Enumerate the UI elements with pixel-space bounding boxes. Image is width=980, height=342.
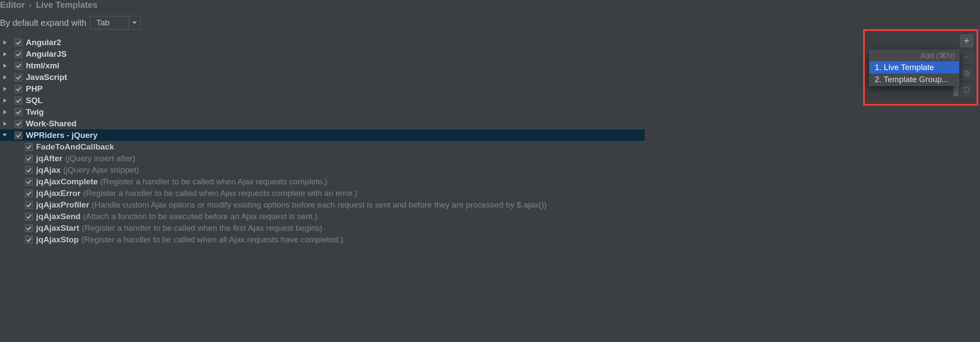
arrow-right-icon[interactable]: [2, 40, 8, 45]
template-desc: (Register a handler to be called when Aj…: [101, 177, 328, 186]
checkbox[interactable]: [25, 178, 33, 186]
arrow-right-icon[interactable]: [2, 122, 8, 126]
template-desc: (jQuery Ajax snippet): [63, 165, 139, 175]
arrow-right-icon[interactable]: [2, 110, 8, 114]
checkbox[interactable]: [15, 73, 22, 81]
group-row[interactable]: WPRiders - jQuery: [0, 129, 645, 141]
arrow-right-icon[interactable]: [2, 64, 8, 68]
expand-select-value[interactable]: Tab: [90, 16, 129, 30]
expand-select[interactable]: Tab: [90, 16, 141, 30]
template-desc: (Attach a function to be executed before…: [83, 212, 317, 221]
group-row[interactable]: Twig: [0, 106, 645, 118]
popup-header: Add (⌘N): [870, 50, 959, 61]
checkbox[interactable]: [25, 236, 33, 244]
add-popup: Add (⌘N) 1. Live Template 2. Template Gr…: [869, 50, 959, 86]
group-row[interactable]: Work-Shared: [0, 118, 645, 129]
checkbox[interactable]: [25, 213, 33, 220]
template-row[interactable]: jqAfter (jQuery insert after): [0, 153, 645, 164]
template-desc: (Register a handler to be called when th…: [82, 223, 322, 233]
group-label: Work-Shared: [26, 119, 77, 128]
expand-with-row: By default expand with Tab: [0, 16, 980, 30]
select-caret[interactable]: [129, 16, 141, 30]
template-name: jqAjaxProfiler: [36, 200, 89, 210]
checkbox[interactable]: [15, 131, 22, 139]
template-name: FadeToAndCallback: [36, 142, 114, 152]
checkbox[interactable]: [15, 120, 22, 128]
group-label: AngularJS: [26, 49, 67, 59]
template-desc: (Register a handler to be called when Aj…: [83, 189, 357, 198]
svg-rect-2: [965, 87, 969, 92]
chevron-down-icon: [132, 21, 137, 24]
remove-button[interactable]: −: [960, 51, 973, 64]
arrow-down-icon[interactable]: [2, 134, 8, 137]
template-desc: (Register a handler to be called when al…: [81, 235, 343, 244]
copy-button[interactable]: [960, 67, 973, 80]
add-button[interactable]: +: [960, 34, 973, 47]
template-row[interactable]: jqAjaxComplete (Register a handler to be…: [0, 176, 645, 187]
checkbox[interactable]: [25, 224, 33, 232]
checkbox[interactable]: [15, 62, 22, 70]
template-row[interactable]: jqAjax (jQuery Ajax snippet): [0, 164, 645, 176]
group-row[interactable]: PHP: [0, 83, 645, 95]
template-name: jqAjaxStart: [36, 223, 79, 233]
arrow-right-icon[interactable]: [2, 87, 8, 91]
template-row[interactable]: FadeToAndCallback: [0, 141, 645, 153]
checkbox[interactable]: [15, 85, 22, 93]
group-row[interactable]: SQL: [0, 95, 645, 106]
breadcrumb-parent[interactable]: Editor: [0, 0, 25, 9]
expand-label: By default expand with: [0, 18, 86, 28]
template-desc: (Handle custom Ajax options or modify ex…: [92, 200, 547, 210]
checkbox[interactable]: [25, 155, 33, 162]
checkbox[interactable]: [15, 108, 22, 116]
popup-item-template-group[interactable]: 2. Template Group...: [870, 73, 959, 86]
template-desc: (jQuery insert after): [65, 154, 135, 163]
checkbox[interactable]: [25, 189, 33, 197]
checkbox[interactable]: [15, 39, 22, 46]
template-row[interactable]: jqAjaxProfiler (Handle custom Ajax optio…: [0, 199, 645, 211]
chevron-right-icon: ›: [29, 0, 32, 9]
template-row[interactable]: jqAjaxError (Register a handler to be ca…: [0, 187, 645, 199]
template-row[interactable]: jqAjaxSend (Attach a function to be exec…: [0, 211, 645, 222]
group-label: Twig: [26, 107, 44, 117]
template-name: jqAjaxStop: [36, 235, 79, 244]
template-tree[interactable]: Angular2AngularJShtml/xmlJavaScriptPHPSQ…: [0, 37, 645, 245]
template-name: jqAjax: [36, 165, 61, 175]
group-label: JavaScript: [26, 73, 67, 82]
breadcrumb-current: Live Templates: [36, 0, 98, 9]
popup-item-live-template[interactable]: 1. Live Template: [870, 61, 959, 73]
group-label: html/xml: [26, 61, 59, 70]
checkbox[interactable]: [25, 166, 33, 174]
template-name: jqAjaxError: [36, 189, 80, 198]
template-row[interactable]: jqAjaxStart (Register a handler to be ca…: [0, 222, 645, 234]
template-name: jqAjaxComplete: [36, 177, 98, 186]
template-name: jqAjaxSend: [36, 212, 80, 221]
checkbox[interactable]: [25, 201, 33, 209]
arrow-right-icon[interactable]: [2, 75, 8, 79]
group-label: PHP: [26, 84, 43, 94]
svg-rect-0: [964, 71, 968, 75]
breadcrumb: Editor › Live Templates: [0, 0, 980, 13]
group-label: Angular2: [26, 38, 61, 47]
template-name: jqAfter: [36, 154, 62, 163]
group-label: WPRiders - jQuery: [26, 131, 98, 140]
checkbox[interactable]: [15, 50, 22, 58]
checkbox[interactable]: [25, 143, 33, 151]
group-row[interactable]: JavaScript: [0, 71, 645, 83]
checkbox[interactable]: [15, 97, 22, 104]
group-row[interactable]: AngularJS: [0, 48, 645, 60]
template-row[interactable]: jqAjaxStop (Register a handler to be cal…: [0, 234, 645, 245]
paste-button[interactable]: [960, 83, 973, 96]
svg-rect-1: [965, 72, 969, 76]
group-row[interactable]: html/xml: [0, 60, 645, 71]
arrow-right-icon[interactable]: [2, 52, 8, 56]
group-label: SQL: [26, 96, 43, 105]
side-toolbar: + −: [960, 34, 974, 96]
group-row[interactable]: Angular2: [0, 37, 645, 48]
arrow-right-icon[interactable]: [2, 98, 8, 103]
